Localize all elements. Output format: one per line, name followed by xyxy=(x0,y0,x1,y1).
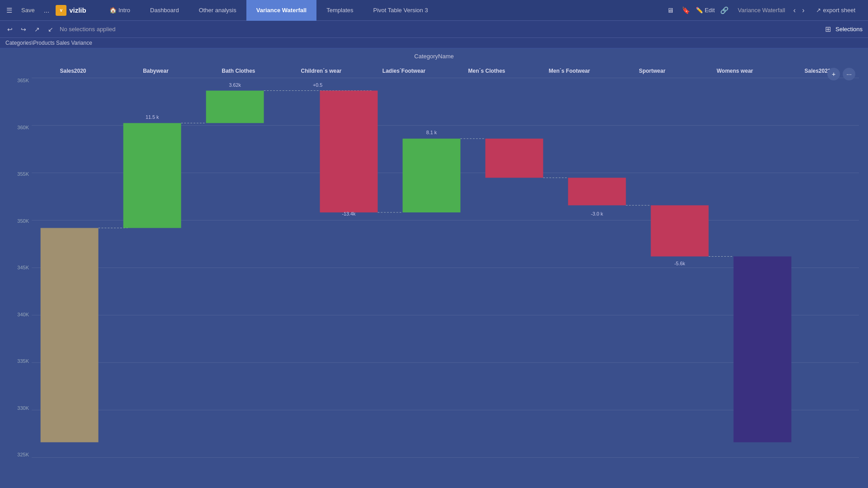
waterfall-chart-svg: 11.5 k 3.62k +0.5 -13.4k 8.1 k xyxy=(32,78,859,442)
col-header-ladies-footwear: Ladies´Footwear xyxy=(363,64,445,78)
edit-button[interactable]: ✏️ Edit xyxy=(696,7,715,14)
col-header-sportwear: Sportwear xyxy=(611,64,693,78)
y-label-330k: 330K xyxy=(9,405,32,411)
save-button[interactable]: Save xyxy=(19,5,38,15)
col-header-sales2020: Sales2020 xyxy=(32,64,114,78)
bar-sportwear[interactable] xyxy=(568,178,626,205)
top-navigation: ☰ Save ... v vizlib 🏠Intro Dashboard Oth… xyxy=(0,0,868,21)
selection-text: No selections applied xyxy=(60,26,821,33)
float-buttons: + ··· xyxy=(827,68,855,80)
export-label: export sheet xyxy=(823,7,855,14)
hamburger-menu[interactable]: ☰ xyxy=(4,5,15,16)
toolbar-icon-forward[interactable]: ↪ xyxy=(19,25,28,34)
bar-womens-wear[interactable] xyxy=(651,205,709,256)
float-add-button[interactable]: + xyxy=(827,68,840,80)
link-icon[interactable]: 🔗 xyxy=(717,5,731,16)
label-ladies-footwear: -13.4k xyxy=(342,211,356,216)
nav-variance-waterfall[interactable]: Variance Waterfall xyxy=(246,0,317,21)
nav-dashboard[interactable]: Dashboard xyxy=(140,0,189,21)
chart-title: CategoryName xyxy=(9,53,859,60)
toolbar: ↩ ↪ ↗ ↙ No selections applied ⊞ Selectio… xyxy=(0,21,868,38)
y-label-345k: 345K xyxy=(9,265,32,270)
bar-ladies-footwear[interactable] xyxy=(320,91,378,213)
col-header-womens-wear: Womens wear xyxy=(693,64,776,78)
chart-area: CategoryName 365K 360K 355K 350K 345K 34… xyxy=(0,48,868,487)
chart-container: 365K 360K 355K 350K 345K 340K 335K 330K … xyxy=(9,64,859,462)
monitor-icon[interactable]: 🖥 xyxy=(664,5,676,16)
y-label-355k: 355K xyxy=(9,171,32,177)
label-childrens-wear: +0.5 xyxy=(313,82,322,88)
nav-intro[interactable]: 🏠Intro xyxy=(99,0,140,21)
float-more-button[interactable]: ··· xyxy=(843,68,855,80)
col-header-mens-footwear: Men´s Footwear xyxy=(528,64,611,78)
y-label-350k: 350K xyxy=(9,218,32,224)
y-axis: 365K 360K 355K 350K 345K 340K 335K 330K … xyxy=(9,78,32,462)
col-header-bath-clothes: Bath Clothes xyxy=(197,64,280,78)
export-sheet-button[interactable]: ↗ export sheet xyxy=(809,7,863,14)
y-label-340k: 340K xyxy=(9,312,32,317)
nav-pivot-table[interactable]: Pivot Table Version 3 xyxy=(363,0,438,21)
breadcrumb-bar: Categories\Products Sales Variance xyxy=(0,38,868,48)
label-babywear: 11.5 k xyxy=(146,114,159,120)
toolbar-icon-import[interactable]: ↙ xyxy=(46,25,55,34)
breadcrumb-label: Variance Waterfall xyxy=(734,7,789,14)
bar-sales2020[interactable] xyxy=(41,228,99,442)
vizlib-logo-icon: v xyxy=(56,5,66,16)
nav-links: 🏠Intro Dashboard Other analysis Variance… xyxy=(99,0,659,21)
bar-sales2021[interactable] xyxy=(734,257,792,442)
label-sportwear: -3.0 k xyxy=(591,211,604,216)
bar-mens-footwear[interactable] xyxy=(486,139,543,178)
col-header-mens-clothes: Men´s Clothes xyxy=(445,64,528,78)
nav-forward-arrow[interactable]: › xyxy=(800,6,806,14)
edit-icon: ✏️ xyxy=(696,7,703,14)
bar-babywear[interactable] xyxy=(123,123,181,228)
nav-other-analysis[interactable]: Other analysis xyxy=(189,0,246,21)
y-label-335k: 335K xyxy=(9,358,32,364)
breadcrumb-path: Categories\Products Sales Variance xyxy=(5,40,92,46)
label-bath-clothes: 3.62k xyxy=(229,82,241,88)
selections-button[interactable]: Selections xyxy=(835,26,863,33)
column-headers: Sales2020 Babywear Bath Clothes Children… xyxy=(32,64,859,78)
toolbar-icon-export[interactable]: ↗ xyxy=(33,25,42,34)
nav-right-area: 🖥 🔖 ✏️ Edit 🔗 Variance Waterfall ‹ › ↗ e… xyxy=(659,5,868,16)
y-label-325k: 325K xyxy=(9,452,32,457)
grid-view-button[interactable]: ⊞ xyxy=(825,25,831,33)
toolbar-icon-back[interactable]: ↩ xyxy=(5,25,14,34)
label-mens-clothes: 8.1 k xyxy=(426,130,437,135)
bar-mens-clothes[interactable] xyxy=(403,139,461,212)
bookmark-icon[interactable]: 🔖 xyxy=(679,5,693,16)
label-womens-wear: -5.6k xyxy=(674,261,685,266)
bar-bath-clothes[interactable] xyxy=(206,91,264,123)
edit-label: Edit xyxy=(705,7,715,14)
nav-back-arrow[interactable]: ‹ xyxy=(792,6,797,14)
more-button[interactable]: ... xyxy=(41,5,52,16)
col-header-babywear: Babywear xyxy=(114,64,197,78)
vizlib-logo-text: vizlib xyxy=(69,6,86,14)
y-label-360k: 360K xyxy=(9,125,32,130)
col-header-childrens-wear: Children´s wear xyxy=(280,64,363,78)
nav-left-area: ☰ Save ... v vizlib xyxy=(0,5,99,16)
nav-templates[interactable]: Templates xyxy=(316,0,363,21)
y-label-365k: 365K xyxy=(9,78,32,83)
export-icon: ↗ xyxy=(816,7,821,14)
logo-area: v vizlib xyxy=(56,5,86,16)
